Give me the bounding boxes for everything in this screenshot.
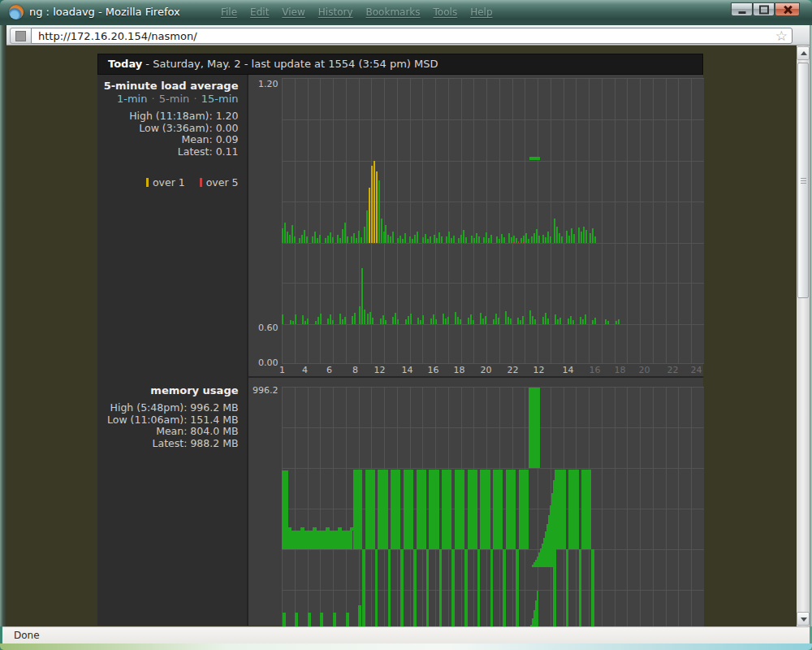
- header-day: Today: [108, 58, 142, 70]
- x-tick-label: 12: [529, 365, 549, 375]
- load-chart-svg: [282, 78, 704, 364]
- over5-legend-swatch: [200, 178, 202, 187]
- status-text: Done: [14, 630, 40, 641]
- memory-panel-title: memory usage: [97, 384, 239, 396]
- x-tick-label: 22: [503, 365, 523, 375]
- browser-window: ng : loadavg - Mozilla Firefox FileEditV…: [0, 0, 812, 650]
- x-tick-label: 12: [370, 365, 390, 375]
- x-tick-label: 18: [450, 365, 469, 375]
- load-ymax-label: 1.20: [248, 79, 279, 89]
- site-identity-button[interactable]: [10, 28, 32, 44]
- info-sidebar: 5-minute load average 1-min · 5-min · 15…: [97, 75, 247, 626]
- link-1min[interactable]: 1-min: [117, 93, 147, 105]
- over1-legend-label: over 1: [153, 176, 185, 188]
- memory-stats: High (5:48pm): 996.2 MBLow (11:06am): 15…: [97, 402, 239, 449]
- current-5min: 5-min: [159, 93, 189, 105]
- over5-legend-label: over 5: [206, 176, 239, 188]
- load-ymid-label: 0.60: [248, 323, 279, 333]
- x-tick-label: 18: [611, 365, 630, 375]
- bookmark-star-icon[interactable]: ☆: [775, 28, 788, 44]
- window-controls: [731, 2, 800, 16]
- chart-column: 1.20 0.60 0.00 1468121416182022121416182…: [247, 75, 704, 626]
- scrollbar-thumb[interactable]: [797, 63, 809, 298]
- ghost-menu-item: History: [318, 6, 353, 18]
- stat-line: Low (11:06am): 151.4 MB: [97, 414, 239, 427]
- scroll-up-button[interactable]: [797, 46, 810, 60]
- stat-line: Low (3:36am): 0.00: [97, 123, 239, 135]
- stat-line: Latest: 0.11: [97, 146, 239, 158]
- page-viewport: Today - Saturday, May. 2 - last update a…: [6, 46, 797, 626]
- ghost-menu-item: Bookmarks: [366, 6, 421, 18]
- stat-line: High (11:18am): 1.20: [97, 110, 239, 123]
- url-bar[interactable]: http://172.16.20.154/nasmon/ ☆: [31, 28, 793, 44]
- stat-line: Mean: 804.0 MB: [97, 426, 239, 438]
- url-text: http://172.16.20.154/nasmon/: [38, 30, 197, 42]
- over1-legend-swatch: [146, 178, 149, 187]
- memory-chart-svg: [282, 387, 704, 626]
- x-tick-label: 6: [320, 365, 339, 375]
- ghost-menu-item: Tools: [434, 6, 458, 18]
- x-tick-label: 20: [635, 365, 654, 375]
- load-panel-title: 5-minute load average: [97, 80, 239, 92]
- x-tick-label: 4: [296, 365, 315, 375]
- window-border-left: [0, 25, 6, 626]
- maximize-button[interactable]: [753, 2, 775, 16]
- load-chart-area: 1.20 0.60 0.00 1468121416182022121416182…: [248, 75, 704, 378]
- header-date: - Saturday, May. 2 - last update at 1554…: [142, 58, 438, 70]
- ghost-menu-item: Help: [470, 6, 492, 18]
- x-tick-label: 16: [424, 365, 443, 375]
- link-separator: ·: [192, 93, 197, 105]
- page-header: Today - Saturday, May. 2 - last update a…: [97, 54, 703, 75]
- x-tick-label: 14: [559, 365, 578, 375]
- monitor-card: Today - Saturday, May. 2 - last update a…: [97, 54, 703, 626]
- stat-line: Latest: 988.2 MB: [97, 438, 239, 450]
- ghost-menu-item: File: [221, 6, 237, 18]
- ghost-menu-item: Edit: [250, 6, 269, 18]
- favicon-placeholder-icon: [15, 31, 26, 41]
- vertical-scrollbar[interactable]: [797, 46, 810, 626]
- load-stats: High (11:18am): 1.20Low (3:36am): 0.00Me…: [97, 110, 239, 158]
- x-tick-label: 24: [687, 365, 706, 375]
- link-15min[interactable]: 15-min: [201, 93, 239, 105]
- minimize-button[interactable]: [731, 2, 753, 16]
- load-legend: over 1 over 5: [97, 176, 239, 188]
- x-tick-label: 1: [273, 365, 292, 375]
- scroll-down-button[interactable]: [797, 612, 810, 626]
- x-tick-label: 16: [585, 365, 605, 375]
- window-border-bottom: [0, 644, 812, 650]
- title-bar[interactable]: ng : loadavg - Mozilla Firefox FileEditV…: [0, 0, 812, 25]
- status-bar: Done: [2, 626, 810, 644]
- firefox-icon: [9, 5, 24, 20]
- load-info-panel: 5-minute load average 1-min · 5-min · 15…: [97, 75, 247, 378]
- memory-ymax-label: 996.2: [248, 385, 279, 396]
- x-tick-label: 20: [477, 365, 496, 375]
- navigation-toolbar: http://172.16.20.154/nasmon/ ☆: [0, 25, 812, 46]
- x-tick-label: 8: [346, 365, 365, 375]
- x-tick-label: 14: [398, 365, 417, 375]
- background-window-menubar: FileEditViewHistoryBookmarksToolsHelp: [221, 6, 493, 18]
- load-x-axis: 146812141618202212141618202224: [282, 365, 704, 376]
- window-title: ng : loadavg - Mozilla Firefox: [29, 6, 180, 18]
- ghost-menu-item: View: [282, 6, 304, 18]
- link-separator: ·: [151, 93, 156, 105]
- memory-chart-area: 996.2: [248, 378, 704, 626]
- stat-line: High (5:48pm): 996.2 MB: [97, 402, 239, 414]
- close-button[interactable]: [775, 2, 800, 16]
- interval-links: 1-min · 5-min · 15-min: [97, 93, 239, 105]
- stat-line: Mean: 0.09: [97, 134, 239, 146]
- x-tick-label: 22: [663, 365, 683, 375]
- memory-info-panel: memory usage High (5:48pm): 996.2 MBLow …: [97, 378, 247, 449]
